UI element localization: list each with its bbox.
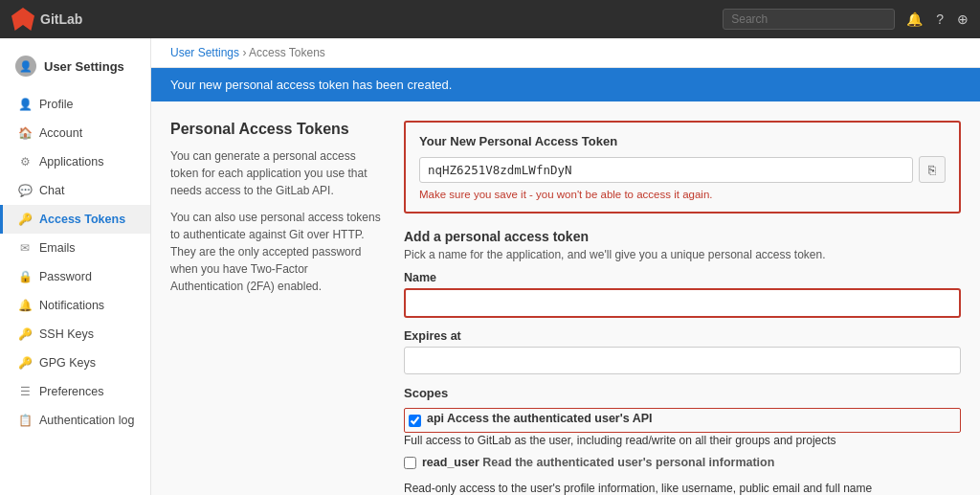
add-token-title: Add a personal access token	[404, 229, 961, 244]
account-icon: 🏠	[18, 126, 32, 140]
breadcrumb: User Settings › Access Tokens	[151, 38, 980, 68]
main-content: User Settings › Access Tokens Your new p…	[151, 38, 980, 495]
new-token-box: Your New Personal Access Token ⎘ Make su…	[404, 121, 961, 214]
alert-message: Your new personal access token has been …	[170, 78, 452, 92]
bell-icon[interactable]: 🔔	[906, 11, 923, 27]
scope-read-user-label: read_user Read the authenticated user's …	[422, 455, 774, 472]
copy-token-button[interactable]: ⎘	[919, 156, 946, 183]
token-input-row: ⎘	[419, 156, 946, 183]
sidebar-title: User Settings	[44, 59, 124, 74]
new-token-title: Your New Personal Access Token	[419, 134, 946, 148]
scope-read-user-desc: Read the authenticated user's personal i…	[482, 456, 774, 469]
chat-icon: 💬	[18, 184, 32, 197]
expires-form-group: Expires at	[404, 329, 961, 374]
sidebar-label-notifications: Notifications	[39, 299, 104, 312]
scope-read-user-row: read_user Read the authenticated user's …	[404, 455, 961, 476]
scopes-label: Scopes	[404, 386, 961, 400]
scope-read-user-detail-row: Read-only access to the user's profile i…	[404, 481, 961, 495]
content-area: Personal Access Tokens You can generate …	[151, 101, 980, 495]
top-bar-icons: 🔔 ? ⊕	[906, 11, 969, 27]
scope-api-label: api Access the authenticated user's API	[427, 412, 652, 425]
alert-banner: Your new personal access token has been …	[151, 68, 980, 101]
sidebar-label-chat: Chat	[39, 184, 64, 197]
sidebar-label-auth-log: Authentication log	[39, 414, 134, 427]
scope-read-user-detail: Read-only access to the user's profile i…	[404, 481, 872, 495]
add-token-section: Add a personal access token Pick a name …	[404, 229, 961, 495]
applications-icon: ⚙	[18, 155, 32, 169]
sidebar-item-profile[interactable]: 👤 Profile	[0, 90, 150, 119]
breadcrumb-parent[interactable]: User Settings	[170, 46, 239, 59]
scope-read-user-name: read_user	[422, 456, 479, 469]
emails-icon: ✉	[18, 241, 32, 255]
sidebar-label-ssh-keys: SSH Keys	[39, 327, 94, 341]
left-panel: Personal Access Tokens You can generate …	[170, 121, 381, 495]
profile-icon: 👤	[18, 98, 32, 111]
sidebar-label-access-tokens: Access Tokens	[39, 213, 125, 226]
gitlab-logo-icon	[11, 8, 34, 31]
gitlab-wordmark: GitLab	[40, 11, 82, 27]
sidebar-header: 👤 User Settings	[0, 46, 150, 90]
auth-log-icon: 📋	[18, 414, 32, 427]
help-icon[interactable]: ?	[936, 11, 944, 27]
scope-api-name: api	[427, 412, 444, 425]
global-search-input[interactable]	[723, 9, 895, 30]
sidebar-label-emails: Emails	[39, 241, 76, 255]
page-title: Personal Access Tokens	[170, 121, 381, 138]
expires-label: Expires at	[404, 329, 961, 343]
scopes-form-group: Scopes api Access the authenticated user…	[404, 386, 961, 495]
plus-icon[interactable]: ⊕	[957, 11, 969, 27]
scope-api-detail: Full access to GitLab as the user, inclu…	[404, 433, 836, 449]
scope-api-row: api Access the authenticated user's API	[404, 408, 961, 433]
token-name-input[interactable]	[404, 288, 961, 318]
scope-api-detail-row: Full access to GitLab as the user, inclu…	[404, 433, 961, 449]
sidebar: 👤 User Settings 👤 Profile 🏠 Account ⚙ Ap…	[0, 38, 151, 495]
token-value-input[interactable]	[419, 157, 913, 183]
gpg-keys-icon: 🔑	[18, 356, 32, 370]
scope-read-user-checkbox[interactable]	[404, 457, 416, 469]
name-label: Name	[404, 271, 961, 284]
sidebar-label-preferences: Preferences	[39, 385, 103, 398]
sidebar-item-account[interactable]: 🏠 Account	[0, 119, 150, 147]
scope-api-desc: Access the authenticated user's API	[447, 412, 652, 425]
name-form-group: Name	[404, 271, 961, 318]
notifications-icon: 🔔	[18, 299, 32, 312]
gitlab-logo: GitLab	[11, 8, 82, 31]
add-token-description: Pick a name for the application, and we'…	[404, 248, 961, 261]
copy-icon: ⎘	[928, 163, 936, 177]
breadcrumb-separator: ›	[242, 46, 246, 59]
top-bar: GitLab 🔔 ? ⊕	[0, 0, 980, 38]
password-icon: 🔒	[18, 270, 32, 283]
sidebar-item-gpg-keys[interactable]: 🔑 GPG Keys	[0, 349, 150, 377]
breadcrumb-current: Access Tokens	[249, 46, 325, 59]
sidebar-item-auth-log[interactable]: 📋 Authentication log	[0, 406, 150, 435]
description-para1: You can generate a personal access token…	[170, 147, 381, 199]
sidebar-label-password: Password	[39, 270, 92, 283]
sidebar-label-applications: Applications	[39, 155, 103, 169]
preferences-icon: ☰	[18, 385, 32, 398]
sidebar-item-ssh-keys[interactable]: 🔑 SSH Keys	[0, 320, 150, 349]
right-panel: Your New Personal Access Token ⎘ Make su…	[404, 121, 961, 495]
sidebar-label-profile: Profile	[39, 98, 73, 111]
sidebar-item-password[interactable]: 🔒 Password	[0, 262, 150, 291]
sidebar-item-applications[interactable]: ⚙ Applications	[0, 147, 150, 176]
ssh-keys-icon: 🔑	[18, 327, 32, 341]
sidebar-label-gpg-keys: GPG Keys	[39, 356, 96, 370]
scope-api-checkbox[interactable]	[409, 415, 421, 427]
sidebar-item-emails[interactable]: ✉ Emails	[0, 234, 150, 262]
expires-input[interactable]	[404, 347, 961, 374]
sidebar-item-chat[interactable]: 💬 Chat	[0, 176, 150, 205]
access-tokens-icon: 🔑	[18, 213, 32, 226]
sidebar-label-account: Account	[39, 126, 82, 140]
description-para2: You can also use personal access tokens …	[170, 209, 381, 295]
sidebar-item-preferences[interactable]: ☰ Preferences	[0, 377, 150, 406]
sidebar-item-notifications[interactable]: 🔔 Notifications	[0, 291, 150, 320]
user-avatar: 👤	[15, 56, 36, 77]
sidebar-item-access-tokens[interactable]: 🔑 Access Tokens	[0, 205, 150, 234]
token-warning: Make sure you save it - you won't be abl…	[419, 189, 946, 200]
